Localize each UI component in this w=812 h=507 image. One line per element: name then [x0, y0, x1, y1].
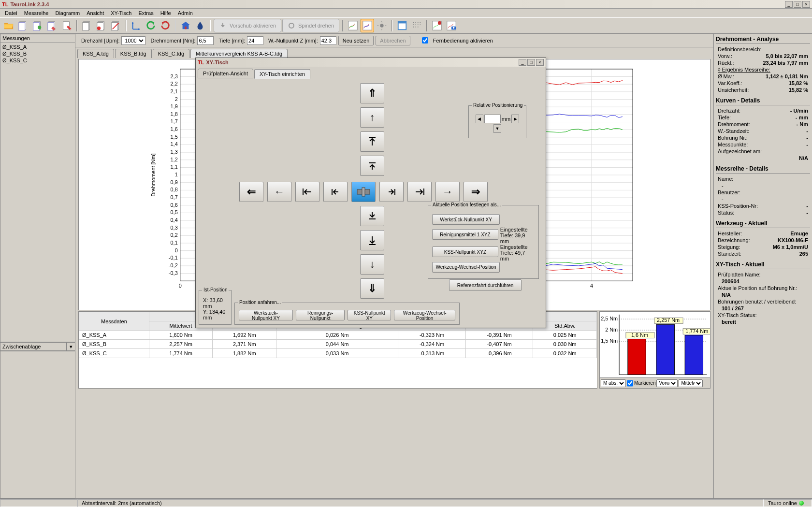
arrow-left-icon[interactable]: ← — [267, 182, 291, 202]
redo-icon[interactable] — [95, 19, 108, 32]
doc2-icon[interactable] — [31, 19, 44, 32]
file-tab[interactable]: KSS_B.tdg — [115, 49, 152, 58]
gear-icon[interactable] — [375, 19, 389, 32]
close-button[interactable]: × — [802, 1, 810, 8]
menu-ansicht[interactable]: Ansicht — [84, 9, 107, 17]
arrow-up-endbar-icon[interactable] — [360, 156, 384, 176]
chart-icon-2[interactable] — [361, 19, 374, 32]
spindel-button[interactable]: Spindel drehen — [282, 19, 339, 32]
werkstueck-nullpunkt-button[interactable]: Werkstück-Nullpunkt XY — [432, 214, 500, 225]
drehzahl-select[interactable]: 1000 — [121, 36, 145, 45]
mess-item[interactable]: Ø_KSS_B — [1, 50, 74, 57]
fernbedienung-checkbox[interactable] — [422, 37, 428, 43]
file-tab-active[interactable]: Mittelkurvenvergleich KSS A-B-C.tdg — [190, 49, 288, 58]
arrow-right-end-icon[interactable] — [379, 182, 404, 202]
chart-icon-1[interactable] — [346, 19, 360, 32]
grid-icon[interactable] — [410, 19, 423, 32]
maximize-button[interactable]: □ — [794, 1, 801, 8]
anfahr-werkzeug-button[interactable]: Werkzeug-Wechsel-Position — [394, 310, 455, 320]
table-row[interactable]: Ø_KSS_B2,257 Nm2,371 Nm0,044 Nm-0,324 Nm… — [79, 340, 597, 349]
bar-select-vorw[interactable]: Vorw. — [656, 379, 678, 387]
arrow-down-endbar-icon[interactable] — [360, 206, 384, 226]
mess-item[interactable]: Ø_KSS_C — [1, 57, 74, 64]
doc1-icon[interactable] — [16, 19, 30, 32]
arrow-left-end-icon[interactable] — [323, 182, 348, 202]
bar-select-mittel[interactable]: Mittelw. — [679, 379, 703, 387]
docslash-icon[interactable] — [109, 19, 123, 32]
arrow-right-bar-icon[interactable] — [407, 182, 432, 202]
right-panel: Drehmoment - Analyse Definitionsbereich:… — [713, 34, 812, 498]
zwischenablage-box[interactable] — [0, 351, 75, 498]
menu-hilfe[interactable]: Hilfe — [158, 9, 174, 17]
werkzeug-wechsel-button[interactable]: Werkzeug-Wechsel-Position — [432, 262, 500, 273]
home-icon[interactable] — [179, 19, 192, 32]
table-row[interactable]: Ø_KSS_A1,600 Nm1,692 Nm0,026 Nm-0,323 Nm… — [79, 331, 597, 340]
zwischenablage-dropdown-icon[interactable]: ▾ — [67, 342, 75, 351]
arrow-down-fast-icon[interactable]: ⇓ — [360, 278, 384, 299]
xy-tab-pruefplatten[interactable]: Prüfplatten-Ansicht — [198, 69, 253, 78]
relpos-input[interactable] — [484, 115, 501, 123]
menu-diagramm[interactable]: Diagramm — [52, 9, 83, 17]
anfahr-reinigung-button[interactable]: Reinigungs-Nullpunkt — [296, 310, 345, 320]
anfahr-kss-button[interactable]: KSS-Nullpunkt XY — [348, 310, 391, 320]
arrow-down-bar-icon[interactable] — [360, 230, 384, 250]
reinigungsmittel-button[interactable]: Reinigungsmittel 1 XYZ — [432, 229, 498, 240]
refresh-right-icon[interactable] — [159, 19, 172, 32]
menu-xytisch[interactable]: XY-Tisch — [108, 9, 134, 17]
file-tab[interactable]: KSS_C.tdg — [153, 49, 189, 58]
refresh-left-icon[interactable] — [144, 19, 158, 32]
svg-text:-0,2: -0,2 — [169, 262, 178, 268]
table-row[interactable]: Ø_KSS_C1,774 Nm1,882 Nm0,033 Nm-0,313 Nm… — [79, 349, 597, 358]
relpos-right-icon[interactable]: ▶ — [511, 115, 519, 123]
abbrechen-button[interactable]: Abbrechen — [376, 36, 410, 45]
doc3-icon[interactable] — [45, 19, 59, 32]
relpos-down-icon[interactable]: ▼ — [493, 124, 501, 133]
svg-text:1,8: 1,8 — [171, 111, 178, 117]
menu-extras[interactable]: Extras — [135, 9, 156, 17]
arrow-up-icon[interactable]: ↑ — [360, 107, 384, 128]
arrow-right-icon[interactable]: → — [435, 182, 460, 202]
xy-close-button[interactable]: × — [536, 59, 544, 66]
chart-icon-3[interactable] — [430, 19, 444, 32]
menu-messreihe[interactable]: Messreihe — [21, 9, 52, 17]
undo-icon[interactable] — [80, 19, 94, 32]
xy-center-icon[interactable] — [351, 182, 376, 202]
position-anfahren-group: Position anfahren... Werkstück-Nullpunkt… — [234, 303, 460, 325]
col-messdaten: Messdaten — [79, 312, 149, 331]
bar-markieren-checkbox[interactable] — [627, 379, 633, 387]
referenzfahrt-button[interactable]: Referenzfahrt durchführen — [449, 279, 522, 291]
chart-camera-icon[interactable] — [445, 19, 458, 32]
xy-tab-einrichten[interactable]: XY-Tisch einrichten — [254, 69, 310, 79]
file-tab[interactable]: KSS_A.tdg — [77, 49, 114, 58]
bar-select-abs[interactable]: M abs. — [601, 379, 626, 387]
drop-icon[interactable] — [193, 19, 207, 32]
xy-minimize-button[interactable]: _ — [519, 59, 526, 66]
anfahr-werkstueck-button[interactable]: Werkstück-Nullpunkt XY — [239, 310, 293, 320]
arrow-left-bar-icon[interactable] — [295, 182, 319, 202]
wnull-input[interactable] — [320, 36, 336, 45]
bar-chart[interactable]: 2,5 Nm2 Nm1,5 Nm1,6 Nm2,257 Nm1,774 Nm M… — [599, 311, 710, 389]
svg-point-26 — [420, 22, 420, 23]
arrow-up-fast-icon[interactable]: ⇑ — [360, 83, 384, 103]
window-icon[interactable] — [395, 19, 409, 32]
messungen-list[interactable]: Ø_KSS_A Ø_KSS_B Ø_KSS_C — [0, 43, 75, 342]
arrow-right-fast-icon[interactable]: ⇒ — [464, 182, 488, 202]
arrow-down-icon[interactable]: ↓ — [360, 254, 384, 275]
arrow-left-fast-icon[interactable]: ⇐ — [239, 182, 263, 202]
zoom-reset-icon[interactable] — [130, 19, 143, 32]
mess-item[interactable]: Ø_KSS_A — [1, 43, 74, 50]
kss-nullpunkt-xyz-button[interactable]: KSS-Nullpunkt XYZ — [432, 246, 498, 257]
vorschub-button[interactable]: Vorschub aktivieren — [214, 19, 281, 32]
minimize-button[interactable]: _ — [785, 1, 793, 8]
menu-datei[interactable]: Datei — [2, 9, 20, 17]
neu-setzen-button[interactable]: Neu setzen — [338, 36, 374, 45]
relpos-left-icon[interactable]: ◀ — [476, 115, 483, 123]
drehmoment-input[interactable] — [197, 36, 214, 45]
tiefe-input[interactable] — [247, 36, 263, 45]
arrow-up-bar-icon[interactable] — [360, 131, 384, 152]
doc4-icon[interactable] — [60, 19, 73, 32]
menu-admin[interactable]: Admin — [175, 9, 196, 17]
open-folder-icon[interactable] — [2, 19, 15, 32]
xy-maximize-button[interactable]: □ — [527, 59, 535, 66]
svg-text:1,3: 1,3 — [171, 149, 178, 155]
